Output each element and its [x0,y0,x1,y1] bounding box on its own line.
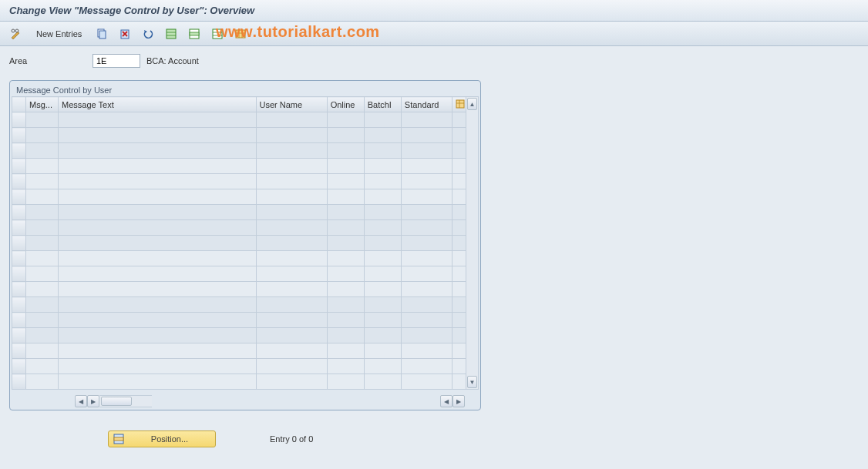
row-selector[interactable] [12,328,26,343]
grid-cell[interactable] [26,343,59,359]
select-block-button[interactable] [184,25,204,42]
grid-cell[interactable] [452,251,466,266]
grid-cell[interactable] [26,128,59,143]
grid-cell[interactable] [59,174,256,189]
grid-cell[interactable] [59,128,256,143]
grid-cell[interactable] [327,297,364,313]
grid-cell[interactable] [327,328,364,343]
grid-cell[interactable] [59,343,256,359]
table-row[interactable] [12,251,466,266]
grid-cell[interactable] [364,189,401,205]
row-selector[interactable] [12,174,26,189]
grid-cell[interactable] [364,266,401,282]
grid-cell[interactable] [59,251,256,266]
scroll-right-end-button[interactable]: ▶ [453,395,465,407]
grid-cell[interactable] [26,112,59,128]
row-selector[interactable] [12,128,26,143]
row-selector[interactable] [12,159,26,174]
grid-cell[interactable] [401,236,452,251]
grid-cell[interactable] [256,112,327,128]
grid-cell[interactable] [401,143,452,159]
grid-cell[interactable] [327,359,364,374]
grid-cell[interactable] [401,112,452,128]
grid-cell[interactable] [327,374,364,390]
row-selector[interactable] [12,266,26,282]
grid-cell[interactable] [256,189,327,205]
table-row[interactable] [12,359,466,374]
row-selector[interactable] [12,220,26,236]
scroll-right-button[interactable]: ▶ [87,395,99,407]
grid-cell[interactable] [452,359,466,374]
grid-cell[interactable] [364,313,401,328]
row-selector[interactable] [12,236,26,251]
grid-cell[interactable] [364,112,401,128]
grid-cell[interactable] [327,220,364,236]
delete-button[interactable] [115,25,135,42]
scroll-down-button[interactable]: ▼ [467,376,477,388]
row-selector[interactable] [12,374,26,390]
grid-cell[interactable] [327,236,364,251]
grid-cell[interactable] [256,359,327,374]
grid-cell[interactable] [256,128,327,143]
grid-cell[interactable] [401,359,452,374]
table-row[interactable] [12,220,466,236]
grid-cell[interactable] [26,159,59,174]
grid-cell[interactable] [59,220,256,236]
grid-cell[interactable] [364,282,401,297]
col-standard[interactable]: Standard [401,97,452,112]
table-row[interactable] [12,313,466,328]
grid-cell[interactable] [452,159,466,174]
grid-cell[interactable] [401,297,452,313]
table-row[interactable] [12,205,466,220]
grid-cell[interactable] [256,236,327,251]
row-selector[interactable] [12,282,26,297]
table-row[interactable] [12,189,466,205]
grid-cell[interactable] [452,374,466,390]
grid-cell[interactable] [401,220,452,236]
table-row[interactable] [12,143,466,159]
grid-cell[interactable] [256,343,327,359]
table-row[interactable] [12,112,466,128]
row-selector[interactable] [12,205,26,220]
grid-cell[interactable] [327,128,364,143]
grid-cell[interactable] [26,189,59,205]
grid-cell[interactable] [364,174,401,189]
grid-cell[interactable] [327,251,364,266]
grid-cell[interactable] [59,266,256,282]
grid-cell[interactable] [59,189,256,205]
grid-cell[interactable] [452,328,466,343]
row-selector[interactable] [12,343,26,359]
grid-cell[interactable] [452,128,466,143]
area-input[interactable] [93,54,140,68]
grid-cell[interactable] [256,205,327,220]
row-selector[interactable] [12,359,26,374]
grid-cell[interactable] [256,174,327,189]
grid-cell[interactable] [401,128,452,143]
grid-cell[interactable] [401,189,452,205]
grid-cell[interactable] [59,236,256,251]
grid-cell[interactable] [256,328,327,343]
new-entries-button[interactable]: New Entries [29,25,89,42]
table-row[interactable] [12,343,466,359]
scroll-up-button[interactable]: ▲ [467,98,477,110]
grid-cell[interactable] [327,343,364,359]
grid-cell[interactable] [452,236,466,251]
grid-cell[interactable] [364,220,401,236]
grid-cell[interactable] [256,297,327,313]
grid-cell[interactable] [327,205,364,220]
grid-cell[interactable] [26,251,59,266]
grid-cell[interactable] [401,159,452,174]
table-row[interactable] [12,297,466,313]
scroll-left-button[interactable]: ◀ [75,395,87,407]
grid-cell[interactable] [401,266,452,282]
grid-cell[interactable] [26,266,59,282]
grid-cell[interactable] [327,174,364,189]
grid-cell[interactable] [364,359,401,374]
deselect-all-button[interactable] [207,25,227,42]
grid-cell[interactable] [26,374,59,390]
grid-cell[interactable] [26,174,59,189]
grid-cell[interactable] [26,205,59,220]
table-row[interactable] [12,266,466,282]
grid-cell[interactable] [364,205,401,220]
row-selector[interactable] [12,143,26,159]
